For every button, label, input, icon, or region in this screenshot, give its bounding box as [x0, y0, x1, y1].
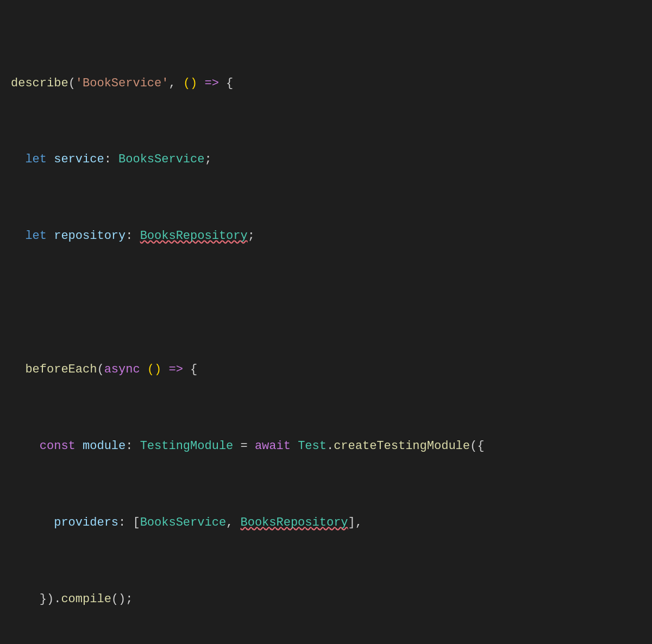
code-line-6: const module: TestingModule = await Test…	[5, 437, 647, 456]
code-line-7: providers: [BooksService, BooksRepositor…	[5, 513, 647, 532]
code-line-3: let repository: BooksRepository;	[5, 226, 647, 245]
code-editor: describe('BookService', () => { let serv…	[5, 11, 647, 644]
code-line-8: }).compile();	[5, 590, 647, 609]
code-line-2: let service: BooksService;	[5, 150, 647, 169]
code-line-1: describe('BookService', () => {	[5, 74, 647, 93]
code-line-5: beforeEach(async () => {	[5, 360, 647, 379]
